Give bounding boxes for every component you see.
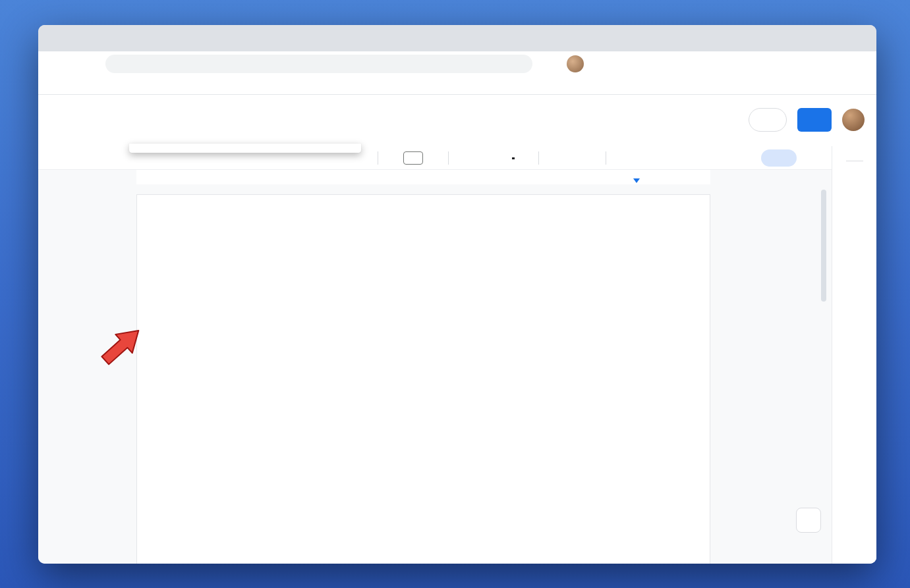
vertical-ruler[interactable] xyxy=(38,184,49,196)
docs-header xyxy=(38,95,876,146)
side-panel-icon[interactable] xyxy=(547,57,560,70)
hide-menus-button[interactable] xyxy=(813,152,825,164)
browser-menu-kebab-icon[interactable] xyxy=(590,59,601,69)
browser-window xyxy=(38,25,876,564)
horizontal-ruler[interactable] xyxy=(38,170,832,184)
docs-logo-icon[interactable] xyxy=(55,104,76,133)
toolbar-divider xyxy=(606,151,606,165)
new-tab-button[interactable] xyxy=(426,30,444,49)
editing-mode-button[interactable] xyxy=(761,149,797,167)
document-page[interactable] xyxy=(136,194,710,564)
edit-dropdown-menu xyxy=(129,144,361,153)
cloud-status-icon[interactable] xyxy=(136,101,148,113)
reload-button[interactable] xyxy=(83,55,101,73)
pencil-icon xyxy=(770,153,780,163)
link-icon xyxy=(545,152,557,164)
comment-add-icon xyxy=(563,152,575,164)
share-lock-icon xyxy=(807,115,816,124)
image-icon xyxy=(581,152,592,164)
chevron-down-icon[interactable] xyxy=(366,155,372,161)
join-meet-button[interactable] xyxy=(749,108,787,132)
insert-link-button[interactable] xyxy=(545,152,557,164)
chevron-down-icon xyxy=(774,117,780,123)
ruler-page-strip xyxy=(136,170,710,184)
forward-button[interactable] xyxy=(65,55,83,73)
explore-button[interactable] xyxy=(796,508,821,533)
line-spacing-button[interactable] xyxy=(637,152,649,164)
chevron-down-icon xyxy=(783,155,789,161)
meet-camera-icon xyxy=(756,114,772,126)
highlight-color-button[interactable] xyxy=(521,152,532,164)
document-title-row xyxy=(88,101,148,113)
reload-icon xyxy=(86,58,98,70)
tab-search-chevron-icon[interactable] xyxy=(855,33,866,43)
highlighter-icon xyxy=(521,152,532,164)
ruler-cursor-marker xyxy=(633,178,640,183)
secure-lock-icon xyxy=(113,60,122,68)
chevron-down-icon xyxy=(594,155,600,161)
toolbar-divider xyxy=(378,151,378,165)
zoom-icon[interactable] xyxy=(482,59,493,69)
tab-strip xyxy=(38,25,876,51)
account-avatar[interactable] xyxy=(842,109,865,131)
document-outline-icon[interactable] xyxy=(57,200,72,216)
docs-header-actions xyxy=(722,108,865,132)
toolbar-divider xyxy=(448,151,449,165)
vertical-scrollbar[interactable] xyxy=(821,190,826,302)
browser-profile-avatar[interactable] xyxy=(567,55,584,72)
help-assistant-button[interactable] xyxy=(833,500,868,536)
star-document-icon[interactable] xyxy=(96,101,108,113)
red-arrow-pointer xyxy=(95,315,153,373)
explore-icon xyxy=(802,514,815,527)
line-spacing-icon xyxy=(637,152,649,164)
back-button[interactable] xyxy=(46,55,65,73)
align-button[interactable] xyxy=(612,152,631,164)
forward-icon xyxy=(68,58,80,70)
navigation-bar xyxy=(38,51,876,76)
open-comments-icon[interactable] xyxy=(722,112,738,128)
desktop-background xyxy=(0,0,910,588)
share-button[interactable] xyxy=(797,108,832,132)
add-comment-button[interactable] xyxy=(563,152,575,164)
toolbar-divider xyxy=(538,151,539,165)
back-icon xyxy=(49,58,61,70)
move-folder-icon[interactable] xyxy=(116,101,128,113)
share-page-icon[interactable] xyxy=(498,59,509,69)
bookmark-star-icon[interactable] xyxy=(514,59,525,69)
font-size-input[interactable] xyxy=(403,151,423,165)
bookmarks-bar xyxy=(38,76,876,95)
text-color-button[interactable] xyxy=(512,157,515,159)
side-rail-divider xyxy=(846,161,863,161)
insert-image-button[interactable] xyxy=(581,152,600,164)
chevron-down-icon xyxy=(625,155,631,161)
align-left-icon xyxy=(612,152,624,164)
document-canvas xyxy=(38,184,876,564)
address-bar[interactable] xyxy=(105,55,532,73)
toolbar-right-group xyxy=(366,146,832,170)
browser-controls xyxy=(547,55,601,72)
